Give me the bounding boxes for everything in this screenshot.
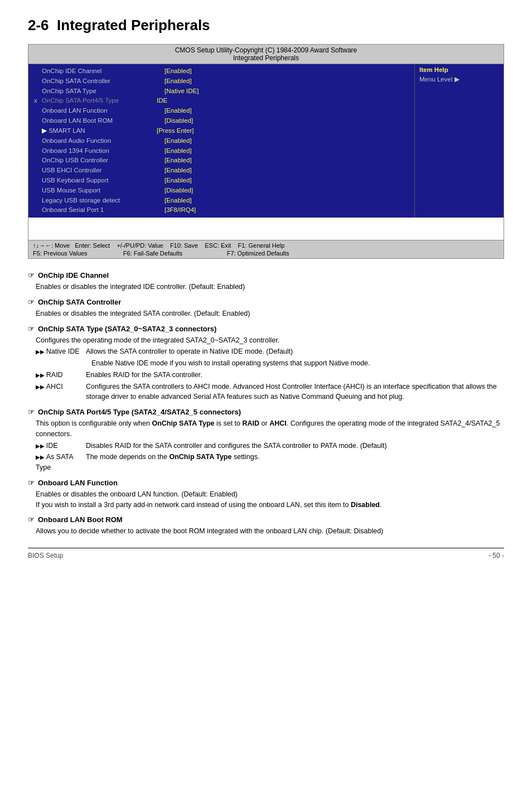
page-title: 2-6 Integrated Peripherals <box>28 17 504 34</box>
bios-item[interactable]: OnChip SATA Type[Native IDE] <box>34 86 409 97</box>
section-title: ☞ OnChip IDE Channel <box>28 271 504 279</box>
section-title-text: Onboard LAN Function <box>38 479 118 487</box>
section-title-text: Onboard LAN Boot ROM <box>38 515 123 524</box>
sub-item-label: Native IDE <box>36 346 86 357</box>
section-arrow-icon: ☞ <box>28 271 35 279</box>
sub-item-desc: The mode depends on the OnChip SATA Type… <box>86 452 504 473</box>
bios-menu-right: Item Help Menu Level ▶ <box>414 64 504 218</box>
sub-item: As SATA TypeThe mode depends on the OnCh… <box>36 452 504 473</box>
section-onboard-lan-boot: ☞ Onboard LAN Boot ROMAllows you to deci… <box>28 515 504 537</box>
section-onchip-sata-type: ☞ OnChip SATA Type (SATA2_0~SATA2_3 conn… <box>28 325 504 403</box>
section-title-text: OnChip IDE Channel <box>38 271 109 279</box>
sub-item-desc: Enables RAID for the SATA controller. <box>86 370 504 380</box>
bios-item[interactable]: Onboard Audio Function[Enabled] <box>34 136 409 146</box>
section-body: Enables or disables the onboard LAN func… <box>36 489 504 510</box>
bios-item[interactable]: OnChip USB Controller[Enabled] <box>34 156 409 166</box>
bios-inner: OnChip IDE Channel[Enabled] OnChip SATA … <box>28 64 504 218</box>
bios-item[interactable]: USB EHCI Controller[Enabled] <box>34 166 409 176</box>
bottom-bar: BIOS Setup - 50 - <box>28 548 504 560</box>
bios-item[interactable]: OnChip SATA Controller[Enabled] <box>34 76 409 86</box>
section-arrow-icon: ☞ <box>28 325 35 333</box>
bios-box: CMOS Setup Utility-Copyright (C) 1984-20… <box>28 44 504 259</box>
section-body: This option is configurable only when On… <box>36 418 504 473</box>
section-title: ☞ OnChip SATA Controller <box>28 298 504 306</box>
bios-footer: ↑↓→←: Move Enter: Select +/-/PU/PD: Valu… <box>28 240 504 258</box>
bios-footer-left: ↑↓→←: Move Enter: Select +/-/PU/PD: Valu… <box>33 242 289 257</box>
sub-item: RAIDEnables RAID for the SATA controller… <box>36 370 504 380</box>
content-sections: ☞ OnChip IDE ChannelEnables or disables … <box>28 271 504 537</box>
sub-item-desc: Allows the SATA controller to operate in… <box>86 346 504 357</box>
section-arrow-icon: ☞ <box>28 515 35 524</box>
sub-item-desc: Configures the SATA controllers to AHCI … <box>86 382 504 403</box>
section-title-text: OnChip SATA Controller <box>38 298 121 306</box>
bios-item[interactable]: Onboard 1394 Function[Enabled] <box>34 146 409 156</box>
section-title-text: OnChip SATA Port4/5 Type (SATA2_4/SATA2_… <box>38 408 241 416</box>
section-title: ☞ Onboard LAN Function <box>28 479 504 487</box>
bios-item[interactable]: OnChip IDE Channel[Enabled] <box>34 66 409 76</box>
section-title: ☞ Onboard LAN Boot ROM <box>28 515 504 524</box>
sub-item-extra: Enable Native IDE mode if you wish to in… <box>91 358 504 369</box>
section-arrow-icon: ☞ <box>28 298 35 306</box>
item-help-title: Item Help <box>419 66 499 73</box>
section-body: Configures the operating mode of the int… <box>36 335 504 403</box>
bios-item[interactable]: x OnChip SATA Port4/5 TypeIDE <box>34 96 409 106</box>
section-title: ☞ OnChip SATA Port4/5 Type (SATA2_4/SATA… <box>28 408 504 416</box>
section-title-text: OnChip SATA Type (SATA2_0~SATA2_3 connec… <box>38 325 216 333</box>
sub-item-label: IDE <box>36 441 86 451</box>
menu-level-row: Menu Level ▶ <box>419 75 499 83</box>
section-body: Enables or disables the integrated SATA … <box>36 308 504 319</box>
section-onboard-lan: ☞ Onboard LAN FunctionEnables or disable… <box>28 479 504 510</box>
sub-item: IDEDisables RAID for the SATA controller… <box>36 441 504 451</box>
bios-item[interactable]: USB Mouse Support[Disabled] <box>34 186 409 196</box>
sub-item-label: RAID <box>36 370 86 380</box>
sub-item-label: AHCI <box>36 382 86 403</box>
section-onchip-sata-controller: ☞ OnChip SATA ControllerEnables or disab… <box>28 298 504 319</box>
item-help-detail: Menu Level ▶ <box>419 75 499 83</box>
bios-item[interactable]: Onboard LAN Function[Enabled] <box>34 106 409 116</box>
section-body: Enables or disables the integrated IDE c… <box>36 282 504 292</box>
section-arrow-icon: ☞ <box>28 408 35 416</box>
section-onchip-sata-port45: ☞ OnChip SATA Port4/5 Type (SATA2_4/SATA… <box>28 408 504 473</box>
bios-item[interactable]: Onboard LAN Boot ROM[Disabled] <box>34 116 409 126</box>
section-body: Allows you to decide whether to activate… <box>36 526 504 537</box>
sub-item-desc: Disables RAID for the SATA controller an… <box>86 441 504 451</box>
sub-item: AHCIConfigures the SATA controllers to A… <box>36 382 504 403</box>
sub-item: Native IDEAllows the SATA controller to … <box>36 346 504 357</box>
bios-menu-left: OnChip IDE Channel[Enabled] OnChip SATA … <box>28 64 414 218</box>
bios-item[interactable]: Legacy USB storage detect[Enabled] <box>34 196 409 206</box>
section-onchip-ide: ☞ OnChip IDE ChannelEnables or disables … <box>28 271 504 292</box>
bios-header: CMOS Setup Utility-Copyright (C) 1984-20… <box>28 45 504 64</box>
section-title: ☞ OnChip SATA Type (SATA2_0~SATA2_3 conn… <box>28 325 504 333</box>
bios-item[interactable]: USB Keyboard Support[Enabled] <box>34 176 409 186</box>
bios-item[interactable]: SMART LAN[Press Enter] <box>34 126 409 136</box>
bios-item[interactable]: Onboard Serial Port 1[3F8/IRQ4] <box>34 205 409 215</box>
sub-item-label: As SATA Type <box>36 452 86 473</box>
section-arrow-icon: ☞ <box>28 479 35 487</box>
